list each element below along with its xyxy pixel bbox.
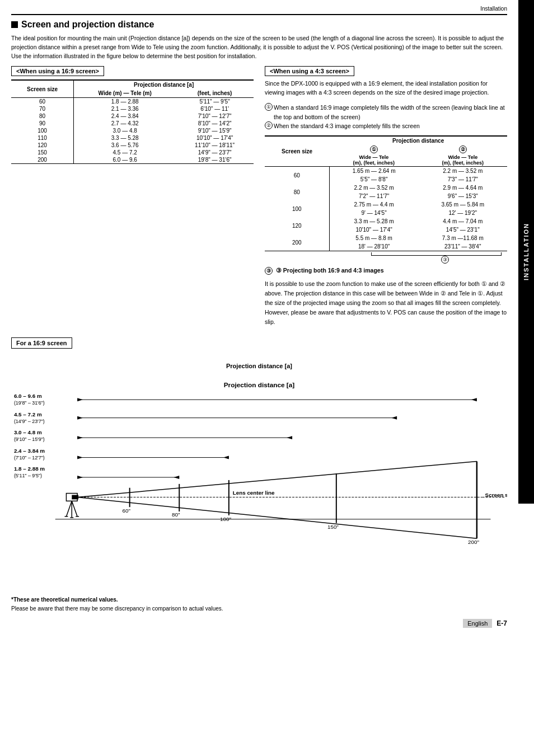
cone-top <box>77 462 477 497</box>
dist-label-3: 3.0 – 4.8 m <box>14 430 42 436</box>
cell-wt: 3.3 — 5.28 <box>74 134 176 142</box>
cell-43-c1-l1: 1.65 m — 2.64 m <box>329 167 418 176</box>
th-proj-dist: Projection distance [a] <box>74 80 254 89</box>
dist-sub-5: (5'11" – 9'5") <box>14 473 42 478</box>
cell-wt: 2.4 — 3.84 <box>74 112 176 120</box>
projecting-text: It is possible to use the zoom function … <box>265 279 507 326</box>
table-row: 90 2.7 — 4.32 8'10" — 14'2" <box>11 120 254 127</box>
cell-ft: 8'10" — 14'2" <box>176 120 254 127</box>
projecting-title: ③ ③ Projecting both 16:9 and 4:3 images <box>265 267 507 275</box>
section-title-text: Screen and projection distance <box>21 20 154 30</box>
cell-43-c2-l2: 9'6" — 15'3" <box>419 192 507 200</box>
lens-center-label: Lens center line <box>233 490 275 496</box>
table-43-row: 120 3.3 m — 5.28 m 4.4 m — 7.04 m <box>265 217 507 226</box>
cell-43-c1-l2: 10'10" — 17'4" <box>329 226 418 234</box>
diagram-title: Projection distance [a] <box>11 363 507 369</box>
cell-43-c2-l2: 12' — 19'2" <box>419 209 507 217</box>
table-row: 80 2.4 — 3.84 7'10" — 12'7" <box>11 112 254 120</box>
cell-ft: 9'10" — 15'9" <box>176 127 254 134</box>
projector-lens <box>72 495 78 500</box>
arrow-left-1 <box>77 398 83 402</box>
cell-43-size: 120 <box>265 217 329 234</box>
th-screen-size: Screen size <box>11 80 74 98</box>
cell-wt: 2.1 — 3.36 <box>74 105 176 112</box>
cell-ft: 7'10" — 12'7" <box>176 112 254 120</box>
cell-43-c1-l2: 9' — 14'5" <box>329 209 418 217</box>
tripod-left <box>66 501 72 517</box>
cell-43-c1-l2: 7'2" — 11'7" <box>329 192 418 200</box>
dist-label-4: 2.4 – 3.84 m <box>14 448 45 454</box>
table-43-row: 100 2.75 m — 4.4 m 3.65 m — 5.84 m <box>265 200 507 209</box>
bottom-bar: English E-7 <box>11 619 507 628</box>
dist-label-1: 6.0 – 9.6 m <box>14 393 42 400</box>
cell-ft: 10'10" — 17'4" <box>176 134 254 142</box>
cell-43-c2-l1: 4.4 m — 7.04 m <box>419 217 507 226</box>
subsection-title-169: <When using a 16:9 screen> <box>11 66 104 76</box>
th-circle-1: ① <box>329 145 418 154</box>
label-150: 150" <box>327 524 339 530</box>
footnote: *These are theoretical numerical values.… <box>11 595 507 613</box>
cell-43-size: 60 <box>265 167 329 184</box>
dist-sub-2: (14'9" – 23'7") <box>14 419 45 424</box>
table-43-row: 200 5.5 m — 8.8 m 7.3 m —11.68 m <box>265 234 507 242</box>
cell-ft: 19'8" — 31'6" <box>176 156 254 164</box>
proj-dist-label-top: Projection distance [a] <box>224 381 295 389</box>
table-row: 60 1.8 — 2.88 5'11" — 9'5" <box>11 98 254 106</box>
cell-wt: 6.0 — 9.6 <box>74 156 176 164</box>
table-43-row: 80 2.2 m — 3.52 m 2.9 m — 4.64 m <box>265 184 507 192</box>
table-row: 100 3.0 — 4.8 9'10" — 15'9" <box>11 127 254 134</box>
bracket-area: ③ <box>265 252 507 264</box>
cone-bottom <box>77 497 477 539</box>
table-43-row: 60 1.65 m — 2.64 m 2.2 m — 3.52 m <box>265 167 507 176</box>
label-100: 100" <box>220 516 231 522</box>
dist-label-5: 1.8 – 2.88 m <box>14 466 45 472</box>
th-43-proj: Projection distance <box>329 136 507 145</box>
table-row: 120 3.6 — 5.76 11'10" — 18'11" <box>11 142 254 149</box>
footnote-line1: *These are theoretical numerical values. <box>11 595 507 604</box>
th-circle-2: ② <box>419 145 507 154</box>
page-container: INSTALLATION Installation Screen and pro… <box>0 0 534 756</box>
th-wide-tele-m: Wide (m) — Tele (m) <box>74 89 176 98</box>
cell-43-size: 200 <box>265 234 329 251</box>
label-60: 60" <box>123 508 131 514</box>
english-label: English <box>463 619 492 628</box>
cell-ft: 5'11" — 9'5" <box>176 98 254 106</box>
main-content: Installation Screen and projection dista… <box>0 0 518 639</box>
top-header: Installation <box>11 6 507 15</box>
diagram-wrapper: 6.0 – 9.6 m (19'8" – 31'6") 4.5 – 7.2 m … <box>11 372 507 584</box>
cell-43-c1-l2: 5'5" — 8'8" <box>329 175 418 184</box>
col-right-43: <When using a 4:3 screen> Since the DPX-… <box>265 66 507 326</box>
label-80: 80" <box>172 511 180 518</box>
tripod-right <box>72 501 77 517</box>
page-number: E-7 <box>496 619 507 627</box>
cell-43-c1-l1: 2.2 m — 3.52 m <box>329 184 418 192</box>
cell-43-c2-l1: 2.9 m — 4.64 m <box>419 184 507 192</box>
cell-43-c1-l1: 5.5 m — 8.8 m <box>329 234 418 242</box>
dist-sub-4: (7'10" – 12'7") <box>14 455 45 461</box>
screen-label-box: For a 16:9 screen <box>11 337 72 349</box>
projecting-note: ③ ③ Projecting both 16:9 and 4:3 images … <box>265 267 507 326</box>
cell-43-c2-l1: 3.65 m — 5.84 m <box>419 200 507 209</box>
table-row: 150 4.5 — 7.2 14'9" — 23'7" <box>11 149 254 156</box>
th-43-sub2: Wide — Tele(m), (feet, inches) <box>419 154 507 167</box>
cell-43-c1-l1: 3.3 m — 5.28 m <box>329 217 418 226</box>
intro-text: The ideal position for mounting the main… <box>11 34 507 60</box>
bullet-circle-2: ② <box>265 121 273 129</box>
cell-43-c1-l1: 2.75 m — 4.4 m <box>329 200 418 209</box>
footnote-line2: Please be aware that there may be some d… <box>11 604 507 613</box>
label-200: 200" <box>468 539 479 545</box>
cell-size: 200 <box>11 156 74 164</box>
subsection-title-43: <When using a 4:3 screen> <box>265 66 354 76</box>
cell-ft: 14'9" — 23'7" <box>176 149 254 156</box>
cell-43-c2-l1: 7.3 m —11.68 m <box>419 234 507 242</box>
cell-43-c2-l2: 7'3" — 11'7" <box>419 175 507 184</box>
table-row: 200 6.0 — 9.6 19'8" — 31'6" <box>11 156 254 164</box>
cell-size: 60 <box>11 98 74 106</box>
cell-size: 100 <box>11 127 74 134</box>
cell-43-c2-l2: 23'11" — 38'4" <box>419 242 507 251</box>
cell-43-c2-l2: 14'5" — 23'1" <box>419 226 507 234</box>
th-43-screen: Screen size <box>265 136 329 167</box>
cell-43-c2-l1: 2.2 m — 3.52 m <box>419 167 507 176</box>
cell-43-size: 100 <box>265 200 329 217</box>
cell-wt: 4.5 — 7.2 <box>74 149 176 156</box>
